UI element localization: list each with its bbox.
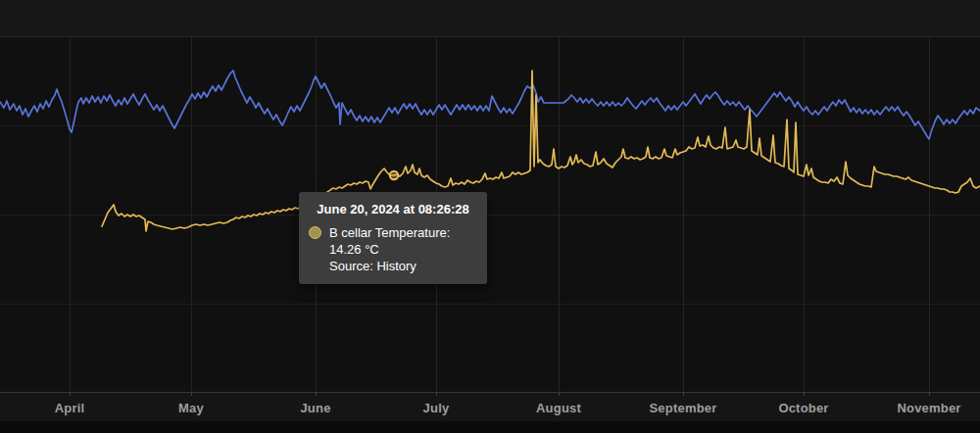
tooltip-body: B cellar Temperature: 14.26 °C Source: H… bbox=[329, 224, 477, 274]
series-line-blue-upper[interactable] bbox=[0, 71, 980, 139]
time-series-panel: AprilMayJuneJulyAugustSeptemberOctoberNo… bbox=[0, 0, 980, 433]
highlighted-point[interactable] bbox=[390, 171, 398, 179]
chart-tooltip: June 20, 2024 at 08:26:28 B cellar Tempe… bbox=[299, 192, 487, 284]
tooltip-title: June 20, 2024 at 08:26:28 bbox=[309, 201, 477, 217]
temperature-chart[interactable] bbox=[0, 0, 980, 433]
tooltip-series-value: B cellar Temperature: 14.26 °C bbox=[329, 224, 477, 258]
series-marker-icon bbox=[309, 226, 321, 239]
tooltip-source: Source: History bbox=[329, 258, 477, 274]
series-line-yellow-cellar[interactable] bbox=[102, 71, 980, 231]
